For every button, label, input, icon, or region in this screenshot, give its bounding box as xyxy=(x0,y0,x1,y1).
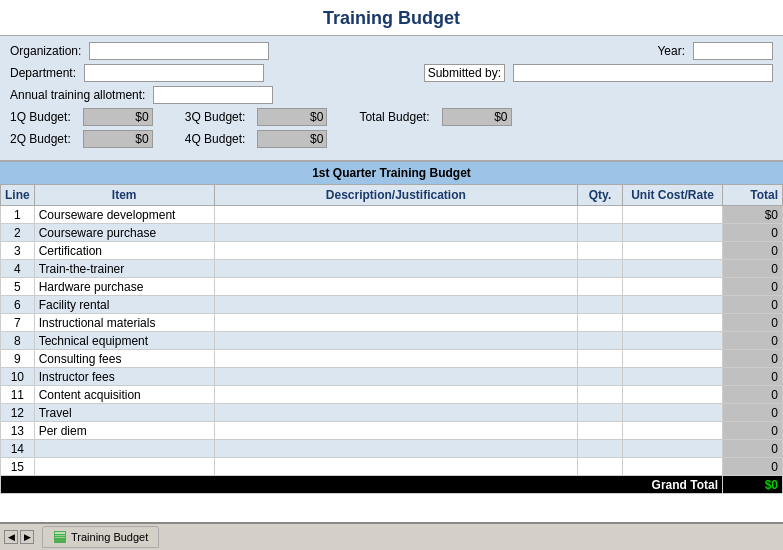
svg-rect-1 xyxy=(55,532,65,534)
cell-qty[interactable] xyxy=(578,206,623,224)
cell-qty[interactable] xyxy=(578,386,623,404)
year-label: Year: xyxy=(657,44,685,58)
annual-label: Annual training allotment: xyxy=(10,88,145,102)
cell-rate[interactable] xyxy=(623,242,723,260)
cell-rate[interactable] xyxy=(623,278,723,296)
cell-desc[interactable] xyxy=(214,422,577,440)
tab-next-btn[interactable]: ▶ xyxy=(20,530,34,544)
table-row: 14 0 xyxy=(1,440,783,458)
cell-line: 2 xyxy=(1,224,35,242)
cell-total: 0 xyxy=(723,368,783,386)
cell-rate[interactable] xyxy=(623,224,723,242)
dept-label: Department: xyxy=(10,66,76,80)
cell-desc[interactable] xyxy=(214,206,577,224)
page-title: Training Budget xyxy=(0,0,783,35)
cell-desc[interactable] xyxy=(214,386,577,404)
table-row: 8 Technical equipment 0 xyxy=(1,332,783,350)
cell-rate[interactable] xyxy=(623,404,723,422)
section-header: 1st Quarter Training Budget xyxy=(0,161,783,184)
cell-line: 5 xyxy=(1,278,35,296)
grand-total-value: $0 xyxy=(723,476,783,494)
cell-qty[interactable] xyxy=(578,422,623,440)
cell-desc[interactable] xyxy=(214,350,577,368)
cell-rate[interactable] xyxy=(623,332,723,350)
cell-item: Train-the-trainer xyxy=(34,260,214,278)
cell-qty[interactable] xyxy=(578,260,623,278)
cell-item: Instructor fees xyxy=(34,368,214,386)
cell-qty[interactable] xyxy=(578,458,623,476)
cell-rate[interactable] xyxy=(623,206,723,224)
cell-qty[interactable] xyxy=(578,404,623,422)
cell-line: 12 xyxy=(1,404,35,422)
cell-item: Technical equipment xyxy=(34,332,214,350)
cell-rate[interactable] xyxy=(623,440,723,458)
cell-total: 0 xyxy=(723,296,783,314)
cell-total: 0 xyxy=(723,224,783,242)
cell-desc[interactable] xyxy=(214,458,577,476)
cell-rate[interactable] xyxy=(623,296,723,314)
tab-scroll-area: ◀ ▶ xyxy=(4,530,34,544)
org-label: Organization: xyxy=(10,44,81,58)
cell-item: Travel xyxy=(34,404,214,422)
cell-desc[interactable] xyxy=(214,368,577,386)
cell-rate[interactable] xyxy=(623,458,723,476)
cell-line: 11 xyxy=(1,386,35,404)
tab-training-budget[interactable]: Training Budget xyxy=(42,526,159,548)
cell-qty[interactable] xyxy=(578,368,623,386)
cell-rate[interactable] xyxy=(623,368,723,386)
cell-desc[interactable] xyxy=(214,332,577,350)
cell-qty[interactable] xyxy=(578,278,623,296)
cell-desc[interactable] xyxy=(214,242,577,260)
annual-input[interactable] xyxy=(153,86,273,104)
cell-desc[interactable] xyxy=(214,404,577,422)
cell-qty[interactable] xyxy=(578,242,623,260)
table-wrapper: Line Item Description/Justification Qty.… xyxy=(0,184,783,522)
cell-total: 0 xyxy=(723,386,783,404)
cell-qty[interactable] xyxy=(578,314,623,332)
cell-qty[interactable] xyxy=(578,440,623,458)
cell-rate[interactable] xyxy=(623,350,723,368)
cell-line: 6 xyxy=(1,296,35,314)
tab-icon xyxy=(53,530,67,544)
grand-total-row: Grand Total $0 xyxy=(1,476,783,494)
col-header-desc: Description/Justification xyxy=(214,185,577,206)
cell-line: 9 xyxy=(1,350,35,368)
q3-label: 3Q Budget: xyxy=(185,110,246,124)
cell-rate[interactable] xyxy=(623,386,723,404)
cell-desc[interactable] xyxy=(214,314,577,332)
cell-rate[interactable] xyxy=(623,422,723,440)
submitted-input[interactable] xyxy=(513,64,773,82)
table-row: 5 Hardware purchase 0 xyxy=(1,278,783,296)
year-input[interactable] xyxy=(693,42,773,60)
q4-input xyxy=(257,130,327,148)
tab-label: Training Budget xyxy=(71,531,148,543)
cell-total: 0 xyxy=(723,422,783,440)
dept-input[interactable] xyxy=(84,64,264,82)
cell-rate[interactable] xyxy=(623,314,723,332)
tab-prev-btn[interactable]: ◀ xyxy=(4,530,18,544)
cell-qty[interactable] xyxy=(578,224,623,242)
col-header-item: Item xyxy=(34,185,214,206)
table-row: 9 Consulting fees 0 xyxy=(1,350,783,368)
cell-line: 3 xyxy=(1,242,35,260)
col-header-line: Line xyxy=(1,185,35,206)
cell-qty[interactable] xyxy=(578,332,623,350)
table-row: 15 0 xyxy=(1,458,783,476)
cell-total: 0 xyxy=(723,278,783,296)
cell-desc[interactable] xyxy=(214,224,577,242)
q1-label: 1Q Budget: xyxy=(10,110,71,124)
table-row: 2 Courseware purchase 0 xyxy=(1,224,783,242)
cell-desc[interactable] xyxy=(214,440,577,458)
cell-qty[interactable] xyxy=(578,350,623,368)
cell-desc[interactable] xyxy=(214,278,577,296)
cell-qty[interactable] xyxy=(578,296,623,314)
cell-rate[interactable] xyxy=(623,260,723,278)
main-window: Training Budget Organization: Year: Depa… xyxy=(0,0,783,550)
budget-row-1: 1Q Budget: 3Q Budget: Total Budget: xyxy=(10,108,773,126)
cell-desc[interactable] xyxy=(214,296,577,314)
form-row-dept: Department: Submitted by: xyxy=(10,64,773,82)
cell-line: 1 xyxy=(1,206,35,224)
cell-desc[interactable] xyxy=(214,260,577,278)
org-input[interactable] xyxy=(89,42,269,60)
q3-input xyxy=(257,108,327,126)
